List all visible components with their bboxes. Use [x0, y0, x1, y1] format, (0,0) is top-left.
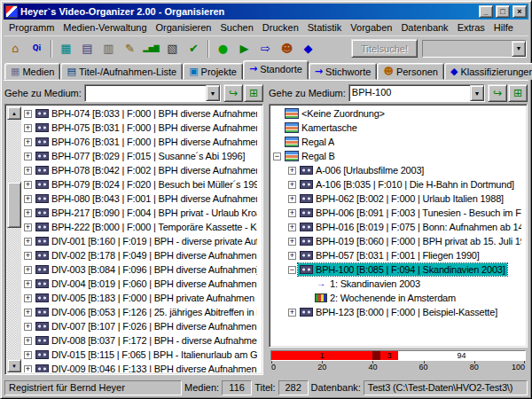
tree-view-button[interactable]: ⊞ — [508, 84, 528, 102]
tab-titel-aufnahmen-liste[interactable]: ▤Titel-/Aufnahmen-Liste — [60, 63, 183, 80]
expand-box[interactable]: + — [24, 138, 32, 146]
tree-view-button[interactable]: ⊞ — [244, 84, 263, 102]
location-tree-item[interactable]: +BPH-123 [B:000 | F:000 | Beispiel-Kasse… — [271, 305, 525, 319]
menu-hilfe[interactable]: Hilfe — [489, 20, 518, 35]
location-tree-item[interactable]: +A-106 [B:035 | F:010 | Die H-Bahn in Do… — [271, 177, 525, 192]
expand-box[interactable]: − — [288, 266, 296, 274]
print-button[interactable]: ▥ — [98, 39, 119, 59]
media-list-item[interactable]: +DIV-003 [B:084 | F:096 | BPH diverse Au… — [22, 262, 261, 277]
maximize-button[interactable]: □ — [496, 5, 510, 18]
media-list-item[interactable]: +BPH-076 [B:031 | F:000 | BPH diverse Au… — [22, 135, 261, 149]
expand-box[interactable]: + — [288, 309, 296, 317]
goto-medium-combo[interactable]: BPH-100 ▼ — [348, 84, 485, 102]
title-search-combo[interactable]: ▼ — [422, 40, 527, 58]
scroll-down-button[interactable]: ▼ — [7, 359, 21, 372]
quick-info-button[interactable]: Qi — [27, 39, 47, 59]
expand-box[interactable]: + — [24, 323, 32, 331]
expand-box[interactable]: + — [24, 195, 32, 203]
media-list-item[interactable]: +DIV-006 [B:053 | F:126 | 25. jähriges A… — [22, 305, 261, 319]
jump-to-medium-button[interactable]: ↪ — [488, 84, 507, 102]
menu-programm[interactable]: Programm — [4, 20, 59, 35]
close-button[interactable]: × — [512, 5, 527, 18]
menu-extras[interactable]: Extras — [453, 20, 489, 35]
check-button[interactable]: ✔ — [184, 39, 204, 59]
classification-button[interactable]: ◆ — [298, 39, 318, 59]
expand-box[interactable]: + — [24, 209, 32, 217]
vertical-scrollbar[interactable]: ▲ ▼ — [7, 106, 21, 372]
expand-box[interactable]: + — [24, 238, 32, 246]
media-list-item[interactable]: +BPH-075 [B:031 | F:000 | BPH diverse Au… — [22, 121, 261, 135]
combo-dropdown-arrow[interactable]: ▼ — [512, 41, 526, 57]
media-list-item[interactable]: +DIV-005 [B:183 | F:000 | BPH private Au… — [22, 291, 261, 305]
location-tree-item[interactable]: +BPH-062 [B:002 | F:000 | Urlaub Italien… — [271, 192, 525, 206]
assign-medium-button[interactable]: ⇨ — [255, 39, 276, 59]
expand-box[interactable]: + — [24, 153, 32, 160]
expand-box[interactable]: + — [24, 337, 32, 345]
menu-datenbank[interactable]: Datenbank — [396, 20, 452, 35]
media-list-item[interactable]: +DIV-004 [B:019 | F:060 | BPH diverse Au… — [22, 277, 261, 291]
menu-drucken[interactable]: Drucken — [258, 20, 303, 35]
expand-box[interactable]: + — [24, 181, 32, 189]
media-list-item[interactable]: +DIV-015 [B:115 | F:065 | BPH - Italienu… — [22, 348, 261, 362]
location-tree-item[interactable]: +BPH-016 [B:019 | F:075 | Bonn: Aufnahme… — [271, 220, 525, 234]
media-list-item[interactable]: +BPH-080 [B:043 | F:001 | BPH diverse Au… — [22, 192, 261, 206]
menu-vorgaben[interactable]: Vorgaben — [346, 20, 396, 35]
location-tree-item[interactable]: +BPH-019 [B:060 | F:000 | BPH privat ab … — [271, 234, 525, 248]
expand-box[interactable]: + — [24, 280, 32, 288]
record-button[interactable]: ● — [213, 39, 233, 59]
media-list-item[interactable]: +DIV-001 [B:160 | F:019 | BPH - diverse … — [22, 234, 261, 248]
goto-medium-combo[interactable]: ▼ — [84, 84, 221, 102]
combo-dropdown-arrow[interactable]: ▼ — [206, 85, 220, 101]
goto-medium-combo-value[interactable]: BPH-100 — [349, 85, 470, 101]
exit-program-button[interactable]: ⌂ — [5, 39, 26, 59]
media-list-item[interactable]: +BPH-078 [B:042 | F:002 | BPH diverse Au… — [22, 163, 261, 177]
expand-box[interactable]: + — [24, 294, 32, 302]
expand-box[interactable]: + — [24, 266, 32, 274]
title-search-combo-value[interactable] — [423, 41, 512, 57]
expand-box[interactable]: + — [288, 167, 296, 175]
media-list-item[interactable]: +DIV-007 [B:107 | F:026 | BPH diverse Au… — [22, 319, 261, 333]
jump-to-medium-button[interactable]: ↪ — [223, 84, 243, 102]
film-button[interactable]: ▧ — [162, 39, 183, 59]
expand-box[interactable]: + — [24, 252, 32, 260]
expand-box[interactable]: + — [24, 223, 32, 231]
expand-box[interactable]: + — [24, 351, 32, 359]
expand-box[interactable]: + — [24, 110, 32, 118]
expand-box[interactable]: + — [288, 209, 296, 217]
media-list-item[interactable]: +BPH-222 [B:000 | F:000 | Temporäre Kass… — [22, 220, 261, 234]
location-tree-item[interactable]: 2: Wochenende in Amsterdam — [271, 291, 525, 305]
expand-box[interactable]: + — [24, 167, 32, 175]
titelsuche-button[interactable]: Titelsuche! — [351, 39, 418, 58]
expand-box[interactable]: + — [24, 365, 32, 373]
location-tree-item[interactable]: +BPH-057 [B:031 | F:001 | Fliegen 1990] — [271, 248, 525, 262]
location-tree-item[interactable]: +A-006 [Urlaubsfilme 2003] — [271, 163, 525, 177]
location-tree-item[interactable]: Regal A — [271, 135, 525, 149]
expand-box[interactable]: + — [24, 309, 32, 317]
tab-personen[interactable]: ☻Personen — [377, 63, 444, 80]
media-list-item[interactable]: +BPH-079 [B:024 | F:020 | Besuch bei Mül… — [22, 177, 261, 192]
edit-button[interactable]: ✎ — [120, 39, 140, 59]
tab-stichworte[interactable]: →Stichworte — [309, 63, 378, 80]
expand-box[interactable]: + — [288, 238, 296, 246]
minimize-button[interactable]: _ — [479, 5, 493, 18]
new-medium-button[interactable]: ▤ — [77, 39, 98, 59]
scroll-up-button[interactable]: ▲ — [7, 106, 21, 120]
expand-box[interactable]: + — [288, 195, 296, 203]
location-tree-item[interactable]: <Keine Zuordnung> — [271, 106, 525, 121]
scrollbar-track[interactable] — [7, 120, 21, 359]
scrollbar-thumb[interactable] — [7, 182, 21, 228]
menu-medien-verwaltung[interactable]: Medien-Verwaltung — [59, 20, 151, 35]
media-list-item[interactable]: +DIV-008 [B:037 | F:172 | BPH - diverse … — [22, 333, 261, 348]
media-list-item[interactable]: +BPH-077 [B:029 | F:015 | Susanne´s Abi … — [22, 149, 261, 163]
location-tree-item[interactable]: →1: Skandinavien 2003 — [271, 277, 525, 291]
combo-dropdown-arrow[interactable]: ▼ — [470, 85, 484, 101]
persons-button[interactable]: ☻ — [277, 39, 297, 59]
location-tree-item[interactable]: +BPH-006 [B:091 | F:003 | Tunesien - Bes… — [271, 206, 525, 220]
media-list-item[interactable]: +DIV-009 [B:046 | F:133 | BPH diverse Au… — [22, 362, 261, 372]
expand-box[interactable]: + — [288, 223, 296, 231]
tab-klassifizierungen[interactable]: ◆Klassifizierungen — [444, 63, 532, 80]
menu-statistik[interactable]: Statistik — [303, 20, 347, 35]
expand-box[interactable]: + — [24, 124, 32, 132]
statistics-button[interactable]: ▂▅▇ — [141, 39, 161, 59]
media-list-item[interactable]: +BPH-217 [B:090 | F:004 | BPH privat - U… — [22, 206, 261, 220]
